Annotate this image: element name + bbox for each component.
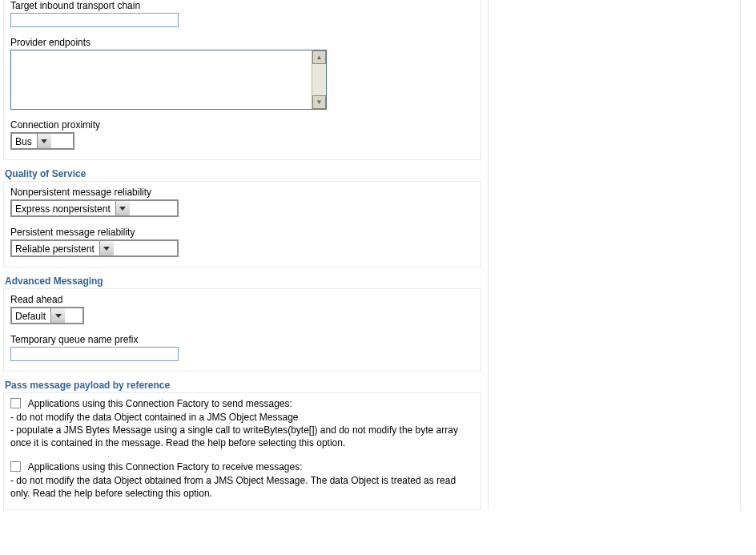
payload-send-row: Applications using this Connection Facto… (10, 398, 474, 409)
chevron-down-icon (115, 201, 130, 215)
provider-endpoints-field: Provider endpoints ▲ ▼ (10, 37, 474, 110)
chevron-down-icon (99, 241, 114, 255)
nonpersistent-label: Nonpersistent message reliability (10, 187, 474, 198)
read-ahead-select[interactable]: Default (10, 307, 84, 324)
nonpersistent-value: Express nonpersistent (12, 201, 115, 215)
listbox-scrollbar[interactable]: ▲ ▼ (312, 50, 326, 109)
payload-recv-checkbox[interactable] (10, 461, 21, 472)
payload-recv-row: Applications using this Connection Facto… (10, 461, 474, 473)
scroll-down-icon[interactable]: ▼ (312, 95, 326, 109)
chevron-down-icon (37, 134, 51, 148)
nonpersistent-field: Nonpersistent message reliability Expres… (10, 187, 474, 217)
persistent-select[interactable]: Reliable persistent (10, 239, 179, 257)
chevron-down-icon (50, 308, 65, 323)
page-root: Target inbound transport chain Provider … (0, 0, 756, 510)
connection-proximity-value: Bus (12, 134, 37, 148)
persistent-value: Reliable persistent (12, 241, 99, 255)
payload-recv-help: - do not modify the data Object obtained… (10, 474, 474, 500)
adv-section: Read ahead Default Temporary queue name … (3, 288, 481, 372)
read-ahead-label: Read ahead (10, 294, 474, 305)
target-chain-field: Target inbound transport chain (10, 0, 474, 27)
target-chain-label: Target inbound transport chain (10, 0, 474, 11)
temp-queue-input[interactable] (10, 347, 179, 361)
connection-section: Target inbound transport chain Provider … (3, 0, 481, 160)
persistent-field: Persistent message reliability Reliable … (10, 227, 474, 257)
payload-recv-label: Applications using this Connection Facto… (28, 461, 303, 473)
read-ahead-field: Read ahead Default (10, 294, 474, 324)
main-column: Target inbound transport chain Provider … (0, 0, 489, 510)
payload-title: Pass message payload by reference (5, 380, 485, 391)
temp-queue-field: Temporary queue name prefix (10, 334, 474, 361)
target-chain-input[interactable] (10, 13, 179, 27)
temp-queue-label: Temporary queue name prefix (10, 334, 474, 345)
qos-section: Nonpersistent message reliability Expres… (3, 181, 481, 267)
payload-send-checkbox[interactable] (10, 398, 21, 408)
connection-proximity-label: Connection proximity (10, 119, 474, 131)
payload-section: Applications using this Connection Facto… (3, 392, 481, 510)
scroll-up-icon[interactable]: ▲ (312, 50, 326, 64)
persistent-label: Persistent message reliability (10, 227, 474, 238)
qos-title: Quality of Service (5, 168, 485, 179)
read-ahead-value: Default (12, 308, 50, 323)
provider-endpoints-listbox[interactable]: ▲ ▼ (10, 50, 327, 110)
provider-endpoints-label: Provider endpoints (10, 37, 474, 48)
payload-send-help: - do not modify the data Object containe… (10, 411, 474, 450)
connection-proximity-select[interactable]: Bus (10, 132, 74, 150)
payload-send-label: Applications using this Connection Facto… (28, 398, 292, 409)
right-divider (740, 0, 741, 510)
adv-title: Advanced Messaging (5, 275, 485, 287)
nonpersistent-select[interactable]: Express nonpersistent (10, 199, 179, 217)
connection-proximity-field: Connection proximity Bus (10, 119, 474, 150)
